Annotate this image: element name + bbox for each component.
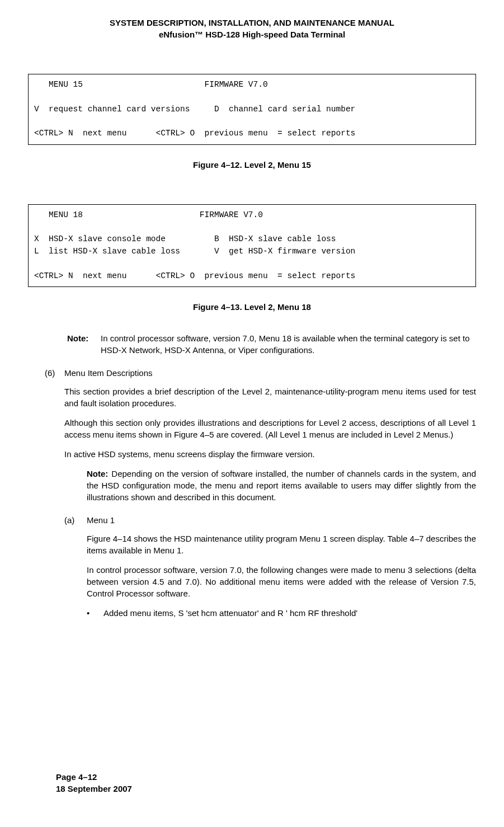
section-number: (6) (45, 367, 64, 379)
sub-a-p1: Figure 4–14 shows the HSD maintenance ut… (87, 533, 476, 556)
section-6-p3: In active HSD systems, menu screens disp… (64, 448, 476, 460)
section-6-p1: This section provides a brief descriptio… (64, 386, 476, 409)
header-title-2: eNfusion™ HSD-128 High-speed Data Termin… (28, 29, 476, 40)
note-block-2: Note:Depending on the version of softwar… (87, 468, 476, 503)
sub-item-a: (a) Menu 1 (64, 514, 476, 526)
figure-4-13-caption: Figure 4–13. Level 2, Menu 18 (28, 301, 476, 313)
sub-title: Menu 1 (87, 514, 476, 526)
footer-page: Page 4–12 (56, 771, 132, 783)
note-text: In control processor software, version 7… (101, 332, 476, 356)
menu-18-box: MENU 18 FIRMWARE V7.0 X HSD-X slave cons… (28, 204, 476, 288)
sub-a-p2: In control processor software, version 7… (87, 564, 476, 599)
page-header: SYSTEM DESCRIPTION, INSTALLATION, AND MA… (28, 17, 476, 40)
bullet-1: • Added menu items, S 'set hcm attenuato… (87, 607, 476, 619)
figure-4-12-caption: Figure 4–12. Level 2, Menu 15 (28, 159, 476, 171)
page-footer: Page 4–12 18 September 2007 (56, 771, 132, 795)
sub-number: (a) (64, 514, 87, 526)
section-6-p2: Although this section only provides illu… (64, 417, 476, 440)
section-6: (6) Menu Item Descriptions (45, 367, 476, 379)
bullet-text: Added menu items, S 'set hcm attenuator'… (103, 607, 357, 619)
footer-date: 18 September 2007 (56, 783, 132, 795)
note-text-2: Depending on the version of software ins… (87, 469, 476, 502)
note-label: Note: (67, 332, 101, 356)
header-title-1: SYSTEM DESCRIPTION, INSTALLATION, AND MA… (28, 17, 476, 29)
menu-15-box: MENU 15 FIRMWARE V7.0 V request channel … (28, 74, 476, 145)
bullet-icon: • (87, 607, 103, 619)
section-title: Menu Item Descriptions (64, 367, 476, 379)
note-label-2: Note: (87, 469, 108, 478)
note-block-1: Note: In control processor software, ver… (67, 332, 476, 356)
